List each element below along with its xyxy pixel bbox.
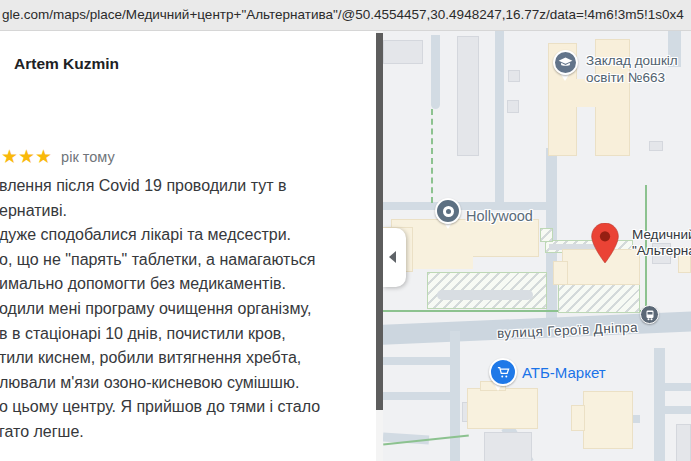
medical-center-label[interactable]: Медичний "Альтерна — [632, 227, 691, 259]
review-text-line: влення після Covid 19 проводили тут в — [0, 174, 376, 199]
review-text-line: гато легше. — [0, 420, 376, 445]
hatched-area — [540, 228, 553, 242]
place-dot-icon — [443, 206, 454, 217]
star-rating-icons: ★★★ — [1, 146, 52, 167]
road — [383, 357, 453, 365]
shopping-cart-icon — [496, 365, 511, 380]
school-poi-label[interactable]: Заклад дошкіл освіти №663 — [586, 52, 678, 86]
hollywood-poi-pin[interactable] — [435, 198, 461, 224]
building — [508, 70, 520, 82]
rating-row: ★★★рік тому — [1, 145, 115, 167]
building-atb — [467, 388, 538, 429]
review-text-line: в в стаціонарі 10 днів, почистили кров, — [0, 322, 376, 347]
scrollbar-thumb[interactable] — [376, 33, 383, 410]
map-canvas[interactable]: Заклад дошкіл освіти №663 Hollywood Меди… — [383, 31, 691, 461]
atb-market-label[interactable]: АТБ-Маркет — [522, 364, 606, 381]
review-panel: Artem Kuzmin ★★★рік тому влення після Co… — [0, 31, 376, 461]
building — [583, 391, 633, 449]
building — [553, 261, 568, 285]
road — [654, 348, 665, 461]
road — [431, 35, 440, 109]
school-poi-pin[interactable] — [553, 50, 578, 75]
review-text-line: о цьому центру. Я прийшов до тями і стал… — [0, 395, 376, 420]
building — [413, 251, 473, 269]
building — [383, 40, 423, 64]
building — [507, 100, 519, 113]
review-text-line: о, що не "парять" таблетки, а намагаютьс… — [0, 248, 376, 273]
bus-stop-icon[interactable] — [640, 305, 659, 324]
review-text-line: тили киснем, робили витягнення хребта, — [0, 346, 376, 371]
road — [495, 31, 504, 207]
graduation-cap-icon — [558, 55, 573, 70]
browser-address-bar[interactable]: gle.com/maps/place/Медичний+центр+"Альте… — [0, 0, 691, 31]
path — [437, 290, 533, 300]
review-age: рік тому — [61, 149, 115, 165]
road — [665, 406, 691, 414]
building — [676, 424, 691, 461]
road — [665, 383, 691, 391]
road — [383, 392, 453, 400]
atb-poi-pin[interactable] — [489, 358, 517, 386]
building — [571, 405, 585, 431]
url-text[interactable]: gle.com/maps/place/Медичний+центр+"Альте… — [2, 7, 684, 22]
building — [457, 36, 479, 156]
hollywood-poi-label[interactable]: Hollywood — [466, 208, 533, 225]
review-text-line: одили мені програму очищення організму, — [0, 297, 376, 322]
collapse-panel-button[interactable] — [383, 228, 406, 287]
building — [484, 432, 532, 461]
reviewer-name[interactable]: Artem Kuzmin — [14, 55, 119, 73]
review-text-line: дуже сподобалися лікарі та медсестри. — [0, 223, 376, 248]
review-text-line: лювали м'язи озоно-кисневою сумішшю. — [0, 371, 376, 396]
building — [649, 141, 663, 151]
review-text-line: имально допомогти без медикаментів. — [0, 272, 376, 297]
review-text-line: ернативі. — [0, 199, 376, 224]
panel-scrollbar[interactable] — [376, 31, 383, 461]
red-place-marker-icon[interactable] — [591, 223, 619, 263]
vegetation-line — [431, 109, 433, 203]
chevron-left-icon — [389, 251, 396, 263]
review-text: влення після Covid 19 проводили тут в ер… — [0, 174, 376, 445]
